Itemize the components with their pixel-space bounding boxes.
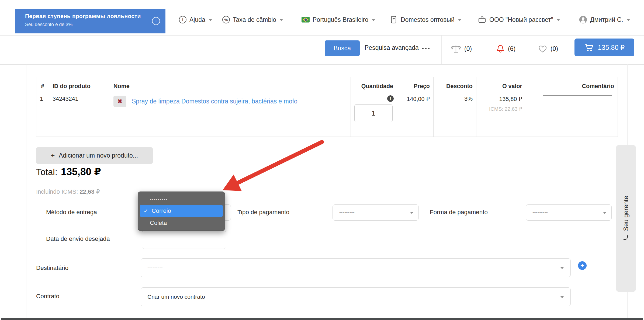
dropdown-option-correio-label: Correio [152, 207, 171, 214]
tax-value: 22,63 [79, 188, 94, 195]
payment-type-select[interactable]: --------- [333, 204, 419, 221]
add-product-button[interactable]: + Adicionar um novo produto... [36, 147, 153, 164]
remove-product-icon[interactable]: ✖ [113, 96, 126, 107]
nav-language-label: Português Brasileiro [313, 16, 368, 23]
col-header-price: Preço [397, 77, 434, 92]
loyalty-title: Первая ступень программы лояльности [25, 13, 160, 19]
plus-icon: + [51, 152, 55, 159]
including-tax-line: Incluindo ICMS: 22,63 ₽ [36, 188, 100, 195]
manager-tab[interactable]: Seu gerente [616, 145, 636, 292]
recipient-label: Destinatário [36, 265, 68, 272]
document-icon [390, 15, 398, 24]
dropdown-option-empty[interactable]: --------- [138, 194, 225, 205]
ellipsis-icon [422, 48, 430, 49]
col-header-quantity: Quantidade [351, 77, 397, 92]
scale-icon [451, 44, 461, 54]
recipient-select[interactable]: --------- [141, 258, 571, 277]
order-table: # ID do produto Nome Quantidade Preço De… [36, 77, 618, 137]
chevron-down-icon [372, 19, 375, 21]
col-header-discount: Desconto [434, 77, 476, 92]
tax-currency: ₽ [96, 188, 100, 195]
dropdown-option-coleta[interactable]: Coleta [138, 217, 225, 229]
header-divider [0, 35, 644, 36]
recipient-value: --------- [147, 265, 163, 271]
col-header-index: # [36, 77, 49, 92]
chevron-down-icon [280, 19, 283, 21]
advanced-search-link[interactable]: Pesquisa avançada [365, 44, 430, 51]
brazil-flag-icon [302, 17, 310, 23]
favorites-count: (0) [550, 45, 558, 53]
comment-textarea[interactable] [543, 95, 612, 121]
contract-label: Contrato [36, 293, 59, 300]
delivery-method-dropdown: --------- ✓ Correio Coleta [138, 192, 225, 231]
quantity-cell: ! [351, 92, 397, 137]
product-id-cell: 34243241 [49, 92, 110, 137]
nav-catalog[interactable]: Domestos оптовый [390, 15, 461, 24]
app-window: Первая ступень программы лояльности Seu … [0, 0, 644, 320]
nav-help-label: Ajuda [189, 16, 205, 23]
select-caret-icon [410, 212, 414, 214]
nav-company[interactable]: ООО "Новый рассвет" [478, 15, 560, 24]
divider [486, 36, 486, 64]
nav-user-menu[interactable]: Дмитрий С. [579, 16, 630, 24]
manager-tab-content: Seu gerente [616, 145, 636, 292]
divider [569, 36, 569, 64]
contract-value: Criar um novo contrato [147, 294, 205, 300]
col-header-name: Nome [110, 77, 351, 92]
briefcase-icon [478, 15, 486, 24]
compare-button[interactable]: (0) [451, 43, 472, 54]
nav-help[interactable]: i Ajuda [179, 16, 212, 23]
info-icon[interactable]: i [152, 17, 160, 25]
check-icon: ✓ [144, 208, 148, 214]
notifications-count: (6) [508, 45, 515, 53]
value-cell: 135,80 ₽ ICMS: 22,63 ₽ [476, 92, 526, 137]
dropdown-option-correio[interactable]: ✓ Correio [140, 205, 223, 217]
cart-icon [584, 43, 594, 52]
avatar-icon [579, 16, 587, 24]
select-caret-icon [603, 212, 607, 214]
bell-icon [496, 44, 505, 53]
nav-company-label: ООО "Новый рассвет" [489, 16, 553, 23]
percent-circle-icon: % [222, 16, 230, 23]
ship-date-input[interactable] [142, 231, 226, 249]
window-bottom-edge [1, 318, 643, 320]
manager-tab-label: Seu gerente [622, 196, 630, 231]
contract-select[interactable]: Criar um novo contrato [141, 287, 571, 306]
discount-cell: 3% [434, 92, 476, 137]
total-line: Total: 135,80 ₽ [36, 166, 101, 178]
col-header-value: O valor [476, 77, 526, 92]
chevron-down-icon [458, 19, 461, 21]
total-value: 135,80 ₽ [61, 166, 101, 178]
payment-form-select[interactable]: --------- [526, 204, 612, 221]
cart-button[interactable]: 135.80 ₽ [574, 39, 634, 56]
chevron-down-icon [557, 19, 560, 21]
phone-icon [623, 235, 629, 241]
loyalty-banner: Первая ступень программы лояльности Seu … [15, 9, 165, 33]
product-name-cell: ✖ Spray de limpeza Domestos contra sujei… [110, 92, 351, 137]
comment-cell [526, 92, 618, 137]
product-link[interactable]: Spray de limpeza Domestos contra sujeira… [132, 98, 297, 105]
total-label: Total: [36, 167, 57, 177]
info-circle-icon: i [179, 16, 186, 23]
divider [441, 36, 442, 64]
favorites-button[interactable]: (0) [538, 43, 558, 54]
nav-user-label: Дмитрий С. [590, 16, 623, 23]
add-product-label: Adicionar um novo produto... [59, 152, 138, 159]
search-button[interactable]: Busca [325, 40, 360, 56]
nav-language[interactable]: Português Brasileiro [302, 16, 375, 23]
advanced-search-label: Pesquisa avançada [365, 44, 419, 51]
quantity-input[interactable] [354, 104, 393, 122]
select-caret-icon [560, 296, 564, 298]
notifications-button[interactable]: (6) [496, 43, 515, 54]
warning-icon[interactable]: ! [387, 95, 394, 102]
ship-date-label: Data de envio desejada [46, 235, 110, 242]
price-cell: 140,00 ₽ [397, 92, 434, 137]
add-recipient-icon[interactable]: + [578, 261, 587, 270]
heart-icon [538, 44, 547, 53]
compare-count: (0) [464, 45, 472, 53]
nav-exchange-rate[interactable]: % Taxa de câmbio [222, 16, 283, 23]
nav-catalog-label: Domestos оптовый [401, 16, 455, 23]
payment-type-label: Tipo de pagamento [237, 209, 289, 216]
col-header-product-id: ID do produto [49, 77, 110, 92]
divider [526, 36, 526, 64]
